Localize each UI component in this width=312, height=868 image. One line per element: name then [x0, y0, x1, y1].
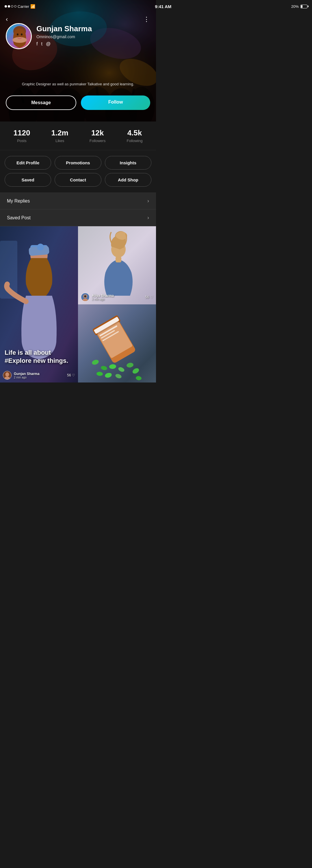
- profile-details: Gunjan Sharma Omninos@gmail.com f t @: [36, 23, 150, 46]
- stat-following: 4.5k Following: [127, 128, 143, 143]
- saved-post-label: Saved Post: [7, 215, 31, 220]
- post-likes-count-2: 56: [145, 295, 149, 299]
- instagram-icon[interactable]: @: [46, 41, 50, 46]
- stat-posts-value: 1120: [13, 128, 30, 137]
- message-button[interactable]: Message: [6, 95, 76, 110]
- signal-dot-4: [14, 5, 16, 7]
- post-likes-2: 56 ♡: [145, 295, 153, 299]
- post-likes-count-1: 56: [67, 373, 71, 377]
- profile-bio: Graphic Designer as well as punmaker Tal…: [6, 81, 150, 87]
- back-button[interactable]: ‹: [6, 16, 8, 23]
- twitter-icon[interactable]: t: [41, 41, 42, 46]
- stats-section: 1120 Posts 1.2m Likes 12k Followers 4.5k…: [0, 122, 156, 150]
- post-avatar-2: [81, 293, 90, 302]
- stat-followers-value: 12k: [90, 128, 106, 137]
- cover-section: ‹ ⋮: [0, 0, 156, 122]
- post-overlay-text-1: Life is all about #Explore new things.: [5, 349, 73, 365]
- insights-button[interactable]: Insights: [105, 156, 151, 169]
- stat-following-value: 4.5k: [127, 128, 143, 137]
- post-item-2[interactable]: Aliya Sharma 2 min ago 56 ♡: [78, 226, 156, 304]
- svg-rect-38: [115, 257, 121, 262]
- post-author-name-1: Gunjan Sharma: [14, 372, 40, 376]
- status-bar: Carrier 📶 9:41 AM 20%: [0, 0, 156, 13]
- svg-point-25: [21, 34, 23, 36]
- stat-posts-label: Posts: [13, 138, 30, 143]
- post-meta-2: Aliya Sharma 2 min ago: [92, 294, 114, 301]
- action-grid: Edit Profile Promotions Insights Saved C…: [0, 150, 156, 193]
- facebook-icon[interactable]: f: [36, 41, 38, 46]
- post-author-info-1: Gunjan Sharma 2 min ago: [3, 371, 40, 380]
- social-icons: f t @: [36, 41, 150, 46]
- saved-post-item[interactable]: Saved Post ›: [0, 210, 156, 226]
- wifi-icon: 📶: [30, 4, 35, 9]
- post-item-3[interactable]: [78, 304, 156, 382]
- add-shop-button[interactable]: Add Shop: [105, 173, 151, 187]
- status-left: Carrier 📶: [5, 4, 35, 9]
- post-footer-1: Gunjan Sharma 2 min ago 56 ♡: [3, 371, 75, 380]
- post-avatar-1: [3, 371, 11, 380]
- stat-posts: 1120 Posts: [13, 128, 30, 143]
- my-replies-chevron: ›: [147, 198, 149, 204]
- stat-likes: 1.2m Likes: [51, 128, 68, 143]
- stat-followers-label: Followers: [90, 138, 106, 143]
- heart-icon-1: ♡: [72, 373, 75, 377]
- saved-button[interactable]: Saved: [5, 173, 51, 187]
- stat-followers: 12k Followers: [90, 128, 106, 143]
- follow-button[interactable]: Follow: [81, 95, 150, 110]
- post-author-info-2: Aliya Sharma 2 min ago: [81, 293, 114, 302]
- post-footer-2: Aliya Sharma 2 min ago 56 ♡: [81, 293, 153, 302]
- avatar: [6, 23, 32, 49]
- profile-name: Gunjan Sharma: [36, 24, 150, 33]
- menu-section: My Replies › Saved Post ›: [0, 193, 156, 226]
- post-time-1: 2 min ago: [14, 376, 40, 379]
- more-button[interactable]: ⋮: [143, 16, 150, 23]
- signal-dot-3: [11, 5, 13, 7]
- post-likes-1: 56 ♡: [67, 373, 75, 377]
- stat-following-label: Following: [127, 138, 143, 143]
- svg-point-23: [12, 37, 27, 43]
- post-author-name-2: Aliya Sharma: [92, 294, 114, 298]
- svg-point-31: [37, 244, 44, 251]
- post-meta-1: Gunjan Sharma 2 min ago: [14, 372, 40, 379]
- stat-likes-value: 1.2m: [51, 128, 68, 137]
- contact-button[interactable]: Contact: [55, 173, 101, 187]
- heart-icon-2: ♡: [150, 295, 153, 299]
- svg-point-33: [5, 372, 9, 377]
- carrier-label: Carrier: [18, 4, 29, 9]
- svg-point-24: [17, 34, 19, 36]
- signal-indicator: [5, 5, 16, 7]
- signal-dot-1: [5, 5, 7, 7]
- post-time-2: 2 min ago: [92, 298, 114, 301]
- post-item-1[interactable]: Life is all about #Explore new things.: [0, 226, 78, 382]
- saved-post-chevron: ›: [147, 215, 149, 221]
- profile-info: Gunjan Sharma Omninos@gmail.com f t @: [6, 23, 150, 49]
- action-buttons: Message Follow: [6, 95, 150, 110]
- posts-grid: Life is all about #Explore new things.: [0, 226, 156, 382]
- promotions-button[interactable]: Promotions: [55, 156, 101, 169]
- my-replies-item[interactable]: My Replies ›: [0, 193, 156, 210]
- my-replies-label: My Replies: [7, 198, 30, 204]
- stat-likes-label: Likes: [51, 138, 68, 143]
- status-time: 9:41 AM: [155, 4, 156, 9]
- signal-dot-2: [8, 5, 10, 7]
- profile-email: Omninos@gmail.com: [36, 34, 150, 39]
- svg-point-41: [84, 295, 86, 297]
- edit-profile-button[interactable]: Edit Profile: [5, 156, 51, 169]
